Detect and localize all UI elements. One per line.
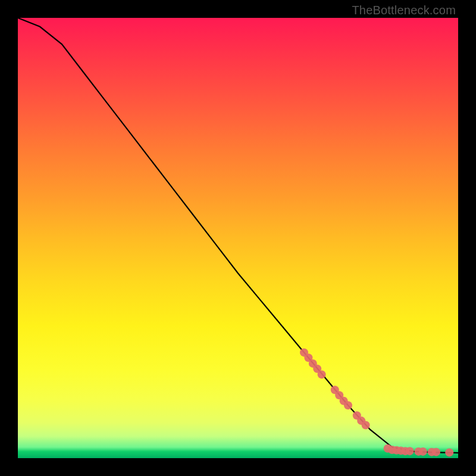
chart-svg (18, 18, 458, 458)
marker-dot (318, 370, 326, 378)
marker-dot (362, 421, 370, 430)
chart-frame: TheBottleneck.com (0, 0, 476, 476)
curve-markers (300, 348, 453, 456)
marker-dot (344, 401, 352, 409)
marker-dot (406, 447, 414, 455)
bottleneck-curve (18, 18, 458, 453)
watermark-text: TheBottleneck.com (352, 4, 456, 17)
marker-dot (445, 448, 453, 456)
marker-dot (432, 448, 440, 456)
plot-area (18, 18, 458, 458)
marker-dot (419, 447, 427, 456)
